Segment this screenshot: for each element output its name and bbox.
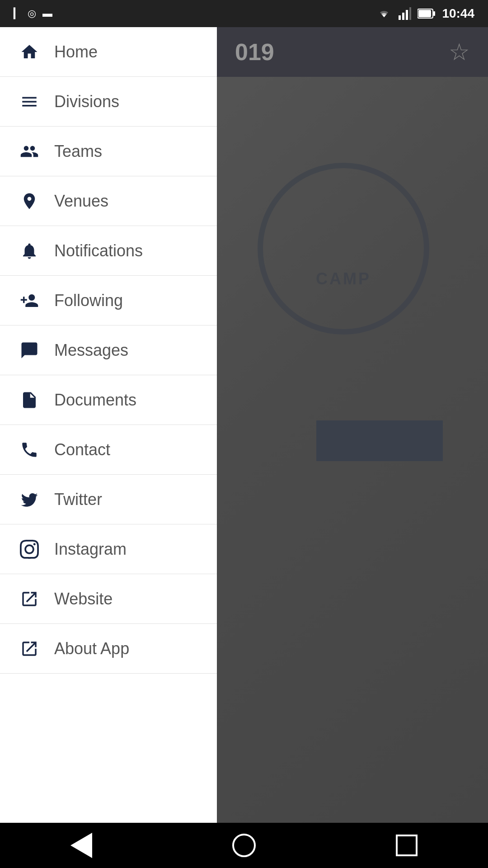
- sidebar-item-notifications[interactable]: Notifications: [0, 226, 217, 276]
- teams-label: Teams: [54, 142, 102, 161]
- twitter-label: Twitter: [54, 490, 102, 509]
- home-button[interactable]: [226, 832, 262, 859]
- sidebar-item-about-app[interactable]: About App: [0, 624, 217, 674]
- documents-label: Documents: [54, 391, 136, 410]
- home-icon: [18, 41, 41, 63]
- notifications-label: Notifications: [54, 241, 143, 260]
- sidebar-item-messages[interactable]: Messages: [0, 326, 217, 375]
- document-icon: [18, 389, 41, 411]
- people-icon: [18, 140, 41, 163]
- home-nav-icon: [232, 834, 256, 857]
- battery-icon: [418, 8, 436, 19]
- divisions-label: Divisions: [54, 92, 119, 111]
- website-label: Website: [54, 590, 113, 609]
- drawer-overlay[interactable]: [217, 27, 488, 868]
- sidebar-item-home[interactable]: Home: [0, 27, 217, 77]
- sidebar-item-twitter[interactable]: Twitter: [0, 475, 217, 524]
- venues-label: Venues: [54, 192, 108, 211]
- twitter-icon: [18, 488, 41, 511]
- signal-icon: [399, 7, 411, 20]
- chat-icon: [18, 339, 41, 362]
- sidebar-item-teams[interactable]: Teams: [0, 127, 217, 176]
- person-add-icon: [18, 289, 41, 312]
- svg-rect-0: [399, 15, 401, 20]
- notifications-icon: [18, 240, 41, 262]
- sidebar-item-venues[interactable]: Venues: [0, 176, 217, 226]
- phone-icon: [18, 439, 41, 461]
- sidebar-item-divisions[interactable]: Divisions: [0, 77, 217, 127]
- home-label: Home: [54, 42, 98, 61]
- navigation-bar: [0, 823, 488, 868]
- messages-label: Messages: [54, 341, 128, 360]
- back-icon: [70, 833, 92, 858]
- storage-icon: ▬: [42, 8, 52, 19]
- status-bar-left-icons: ▎ ◎ ▬: [14, 8, 52, 19]
- recents-icon: [396, 835, 418, 856]
- status-bar: ▎ ◎ ▬ 10:44: [0, 0, 488, 27]
- navigation-drawer: Home Divisions Teams Venues Notification…: [0, 27, 217, 868]
- instagram-label: Instagram: [54, 540, 127, 559]
- status-time: 10:44: [442, 6, 474, 21]
- recents-button[interactable]: [389, 832, 425, 859]
- sync-icon: ◎: [28, 8, 36, 19]
- sidebar-item-website[interactable]: Website: [0, 574, 217, 624]
- following-label: Following: [54, 291, 123, 310]
- svg-rect-6: [418, 10, 431, 17]
- wifi-icon: [376, 7, 392, 20]
- status-bar-right-icons: 10:44: [376, 6, 474, 21]
- svg-rect-3: [409, 7, 411, 20]
- about-app-label: About App: [54, 639, 129, 658]
- sidebar-item-instagram[interactable]: Instagram: [0, 524, 217, 574]
- back-button[interactable]: [63, 832, 99, 859]
- svg-rect-5: [433, 11, 435, 16]
- svg-rect-2: [406, 10, 408, 20]
- sidebar-item-documents[interactable]: Documents: [0, 375, 217, 425]
- website-icon: [18, 588, 41, 610]
- sidebar-item-contact[interactable]: Contact: [0, 425, 217, 475]
- location-icon: [18, 190, 41, 212]
- about-app-icon: [18, 637, 41, 660]
- contact-label: Contact: [54, 440, 110, 459]
- sidebar-item-following[interactable]: Following: [0, 276, 217, 326]
- instagram-icon: [18, 538, 41, 561]
- notification-icon: ▎: [14, 8, 21, 19]
- svg-rect-1: [402, 13, 404, 20]
- menu-icon: [18, 90, 41, 113]
